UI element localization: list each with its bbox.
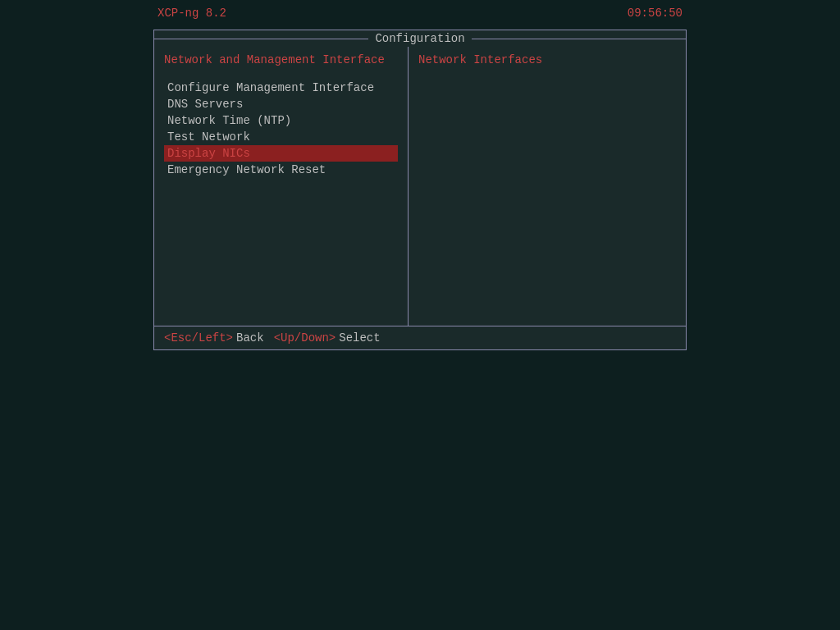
menu-item-5[interactable]: Emergency Network Reset bbox=[164, 162, 398, 178]
menu-item-4[interactable]: Display NICs bbox=[164, 145, 398, 162]
menu-item-3[interactable]: Test Network bbox=[164, 129, 398, 145]
clock: 09:56:50 bbox=[628, 7, 682, 20]
left-panel-title: Network and Management Interface bbox=[164, 53, 398, 66]
menu-item-1[interactable]: DNS Servers bbox=[164, 96, 398, 112]
menu-item-2[interactable]: Network Time (NTP) bbox=[164, 112, 398, 129]
menu-item-0[interactable]: Configure Management Interface bbox=[164, 80, 398, 96]
window-title: Configuration bbox=[368, 32, 471, 45]
nav-label: Select bbox=[339, 331, 380, 345]
esc-key: <Esc/Left> bbox=[164, 331, 233, 345]
nav-key: <Up/Down> bbox=[274, 331, 336, 345]
app-name: XCP-ng 8.2 bbox=[158, 7, 226, 20]
menu-list: Configure Management InterfaceDNS Server… bbox=[164, 80, 398, 178]
esc-label: Back bbox=[236, 331, 264, 345]
right-panel-title: Network Interfaces bbox=[418, 53, 676, 66]
